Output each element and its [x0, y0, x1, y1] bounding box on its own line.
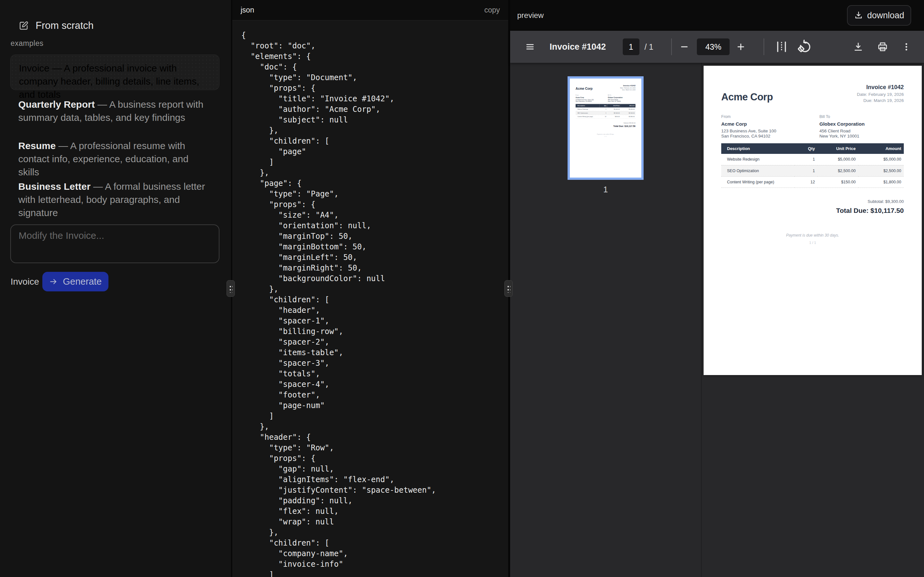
page-number-input[interactable]: 1 — [623, 39, 640, 55]
invoice-footer: Payment is due within 30 days. 1 / 1 — [704, 233, 922, 245]
sidebar-toggle-button[interactable] — [525, 42, 535, 52]
invoice-number: Invoice #1042 — [857, 84, 904, 91]
fit-width-icon — [774, 40, 788, 54]
rotate-button[interactable] — [798, 39, 813, 54]
example-item-invoice[interactable]: Invoice — A professional invoice with co… — [10, 55, 220, 90]
bill-to-label: Bill To — [819, 114, 904, 119]
document-title: Invoice #1042 — [549, 42, 606, 52]
plus-icon — [736, 42, 746, 52]
examples-section-label: examples — [11, 39, 43, 48]
preview-title: preview — [517, 11, 544, 20]
json-panel-title: json — [241, 6, 254, 15]
table-header-row: Description Qty Unit Price Amount — [721, 143, 904, 154]
json-panel-header: json copy — [232, 0, 508, 21]
thumbnail-page-number: 1 — [603, 185, 607, 195]
pdf-main-view[interactable]: Acme Corp Invoice #1042 Date: February 1… — [702, 63, 924, 577]
sidebar: From scratch examples Invoice — A profes… — [0, 0, 231, 577]
print-button[interactable] — [877, 41, 888, 52]
cell-description: Website Redesign — [721, 154, 795, 165]
invoice-page-indicator: 1 / 1 — [704, 241, 922, 245]
cell-amount: $5,000.00 — [858, 154, 904, 165]
download-button-label: download — [867, 11, 905, 21]
fit-width-button[interactable] — [774, 40, 788, 54]
zoom-in-button[interactable] — [736, 42, 746, 52]
from-address-line1: 123 Business Ave, Suite 100 — [721, 129, 819, 134]
example-title: Business Letter — [18, 181, 90, 192]
cell-amount: $1,800.00 — [858, 176, 904, 187]
minus-icon — [680, 42, 689, 52]
download-button[interactable]: download — [847, 5, 911, 26]
generate-button-label: Generate — [63, 276, 102, 287]
grip-dots-icon — [229, 284, 233, 293]
invoice-billing-row: From Acme Corp 123 Business Ave, Suite 1… — [721, 114, 904, 139]
modify-prompt-input[interactable] — [10, 224, 220, 263]
invoice-company-name: Acme Corp — [721, 91, 773, 103]
download-icon — [853, 41, 864, 52]
billing-to-block: Bill To Globex Corporation 456 Client Ro… — [819, 114, 904, 139]
table-row: Content Writing (per page) 12 $150.00 $1… — [721, 176, 904, 187]
compose-icon — [18, 20, 29, 31]
json-panel: json copy { "root": "doc", "elements": {… — [232, 0, 508, 577]
json-code-editor[interactable]: { "root": "doc", "elements": { "doc": { … — [232, 21, 508, 577]
generate-row: Invoice Generate — [11, 272, 108, 292]
column-header-unit-price: Unit Price — [817, 143, 858, 154]
from-label: From — [721, 114, 819, 119]
copy-button[interactable]: copy — [484, 6, 500, 15]
from-scratch-button[interactable]: From scratch — [18, 20, 94, 31]
zoom-level-input[interactable]: 43% — [697, 39, 730, 55]
cell-unit-price: $5,000.00 — [817, 154, 858, 165]
cell-unit-price: $150.00 — [817, 176, 858, 187]
invoice-subtotal: Subtotal: $9,300.00 — [836, 199, 904, 204]
column-header-description: Description — [721, 143, 795, 154]
from-name: Acme Corp — [721, 121, 819, 127]
generate-context-label: Invoice — [11, 277, 42, 287]
invoice-date: Date: February 19, 2026 — [857, 92, 904, 97]
invoice-totals: Subtotal: $9,300.00 Total Due: $10,117.5… — [836, 199, 904, 214]
left-resize-handle[interactable] — [226, 280, 235, 297]
more-options-button[interactable] — [901, 42, 911, 52]
cell-amount: $2,500.00 — [858, 165, 904, 176]
grip-dots-icon — [507, 284, 510, 293]
invoice-items-table: Description Qty Unit Price Amount Websit… — [721, 143, 904, 188]
cell-unit-price: $2,500.00 — [817, 165, 858, 176]
invoice-document-mini: Acme Corp Invoice #1042 Date: February 1… — [570, 79, 641, 177]
table-row: Website Redesign 1 $5,000.00 $5,000.00 — [721, 154, 904, 165]
cell-qty: 1 — [795, 154, 817, 165]
example-title: Invoice — [19, 63, 49, 73]
kebab-menu-icon — [901, 42, 911, 52]
zoom-out-button[interactable] — [680, 42, 689, 52]
arrow-right-icon — [49, 277, 58, 286]
example-title: Quarterly Report — [18, 99, 95, 110]
from-address-line2: San Francisco, CA 94102 — [721, 134, 819, 139]
preview-header: preview download — [510, 0, 924, 31]
invoice-page: Acme Corp Invoice #1042 Date: February 1… — [704, 66, 922, 375]
thumbnail-page: Acme Corp Invoice #1042 Date: February 1… — [570, 79, 641, 177]
invoice-document: Acme Corp Invoice #1042 Date: February 1… — [704, 66, 922, 375]
thumbnail-sidebar: Acme Corp Invoice #1042 Date: February 1… — [510, 63, 702, 577]
invoice-payment-note: Payment is due within 30 days. — [704, 233, 922, 237]
bill-to-address-line2: New York, NY 10001 — [819, 134, 904, 139]
toolbar-download-button[interactable] — [853, 41, 864, 52]
invoice-info-block: Invoice #1042 Date: February 19, 2026 Du… — [857, 84, 904, 103]
example-title: Resume — [18, 140, 56, 151]
pdf-toolbar: Invoice #1042 1 / 1 43% — [510, 31, 924, 63]
cell-description: SEO Optimization — [721, 165, 795, 176]
example-item-resume[interactable]: Resume — A professional resume with cont… — [18, 139, 211, 179]
download-icon — [854, 11, 863, 20]
column-header-qty: Qty — [795, 143, 817, 154]
toolbar-divider — [764, 39, 764, 55]
table-row: SEO Optimization 1 $2,500.00 $2,500.00 — [721, 165, 904, 176]
toolbar-divider — [671, 39, 672, 55]
example-item-quarterly-report[interactable]: Quarterly Report — A business report wit… — [18, 98, 211, 124]
cell-description: Content Writing (per page) — [721, 176, 795, 187]
invoice-header: Acme Corp Invoice #1042 Date: February 1… — [721, 84, 904, 103]
bill-to-address-line1: 456 Client Road — [819, 129, 904, 134]
right-resize-handle[interactable] — [504, 280, 513, 297]
hamburger-icon — [525, 42, 535, 52]
generate-button[interactable]: Generate — [42, 272, 108, 292]
page-thumbnail[interactable]: Acme Corp Invoice #1042 Date: February 1… — [567, 76, 644, 180]
billing-from-block: From Acme Corp 123 Business Ave, Suite 1… — [721, 114, 819, 139]
invoice-due-date: Due: March 19, 2026 — [857, 98, 904, 103]
bill-to-name: Globex Corporation — [819, 121, 904, 127]
example-item-business-letter[interactable]: Business Letter — A formal business lett… — [18, 180, 211, 219]
